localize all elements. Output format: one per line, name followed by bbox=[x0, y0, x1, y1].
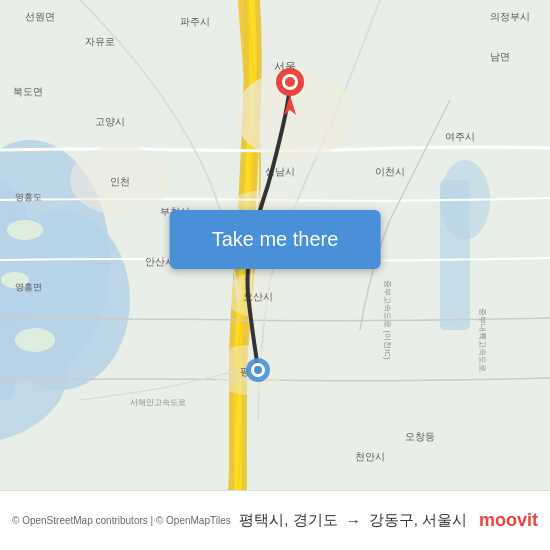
svg-text:영흥도: 영흥도 bbox=[15, 192, 42, 202]
svg-text:인천: 인천 bbox=[110, 176, 130, 187]
route-info: 평택시, 경기도 → 강동구, 서울시 bbox=[239, 511, 467, 530]
svg-text:이천시: 이천시 bbox=[375, 166, 405, 177]
svg-text:여주시: 여주시 bbox=[445, 131, 475, 142]
arrow-icon: → bbox=[346, 512, 361, 529]
svg-text:남면: 남면 bbox=[490, 51, 510, 62]
svg-text:오창등: 오창등 bbox=[405, 431, 435, 442]
svg-text:중부내륙고속도로: 중부내륙고속도로 bbox=[478, 308, 487, 372]
bottom-bar: © OpenStreetMap contributors | © OpenMap… bbox=[0, 490, 550, 550]
moovit-logo: moovit bbox=[479, 510, 538, 531]
svg-text:서해안고속도로: 서해안고속도로 bbox=[130, 398, 186, 407]
svg-text:북도면: 북도면 bbox=[13, 86, 43, 97]
svg-point-3 bbox=[7, 220, 43, 240]
svg-text:파주시: 파주시 bbox=[180, 16, 210, 27]
map-container: 서울 고양시 인천 부천시 성남시 안산시 오산시 평택 이천시 여주시 오창등… bbox=[0, 0, 550, 490]
attribution-text: © OpenStreetMap contributors | © OpenMap… bbox=[12, 515, 239, 526]
svg-text:영흥면: 영흥면 bbox=[15, 282, 42, 292]
svg-text:천안시: 천안시 bbox=[355, 451, 385, 462]
svg-text:고양시: 고양시 bbox=[95, 116, 125, 127]
svg-text:선원면: 선원면 bbox=[25, 11, 55, 22]
to-location: 강동구, 서울시 bbox=[369, 511, 467, 530]
svg-text:의정부시: 의정부시 bbox=[490, 11, 530, 22]
svg-text:자유로: 자유로 bbox=[85, 36, 115, 47]
take-me-there-button[interactable]: Take me there bbox=[170, 210, 381, 269]
svg-text:중부고속도로 (이천IC): 중부고속도로 (이천IC) bbox=[383, 280, 392, 360]
svg-point-5 bbox=[15, 328, 55, 352]
svg-point-40 bbox=[254, 366, 262, 374]
from-location: 평택시, 경기도 bbox=[239, 511, 337, 530]
svg-point-37 bbox=[285, 77, 295, 87]
